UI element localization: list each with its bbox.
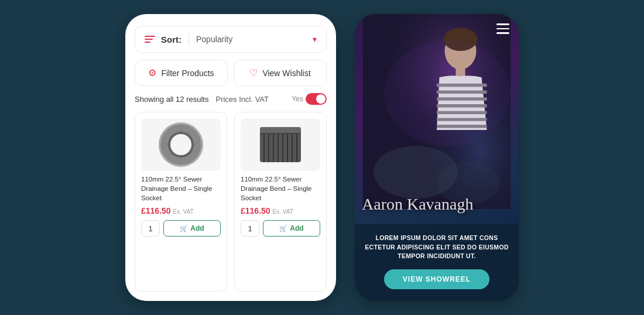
right-phone: Aaron Kavanagh LOREM IPSUM DOLOR SIT AME… (355, 14, 519, 301)
view-wishlist-button[interactable]: ♡ View Wishlist (234, 60, 327, 86)
wishlist-label: View Wishlist (262, 69, 310, 78)
product-image-area (241, 118, 320, 171)
svg-point-15 (384, 40, 511, 146)
results-row: Showing all 12 results Prices Incl. VAT … (135, 93, 327, 105)
sort-label: Sort: (161, 35, 181, 44)
vat-toggle: Yes (292, 93, 327, 105)
main-container: Sort: Popularity ▾ ⚙ Filter Products ♡ V… (0, 0, 644, 315)
filter-products-button[interactable]: ⚙ Filter Products (135, 60, 228, 86)
toggle-yes-label: Yes (292, 95, 303, 103)
product-price: £116.50 (241, 206, 270, 215)
vat-label: Prices Incl. VAT (215, 95, 269, 104)
add-to-cart-button[interactable]: 🛒 Add (263, 220, 320, 237)
left-phone: Sort: Popularity ▾ ⚙ Filter Products ♡ V… (125, 14, 336, 301)
add-label: Add (190, 224, 204, 232)
signature-line1: Aaron Kavanagh (362, 194, 512, 215)
add-to-cart-button[interactable]: 🛒 Add (163, 220, 221, 237)
sort-icon (145, 36, 155, 43)
add-label: Add (290, 224, 303, 232)
quantity-input[interactable] (241, 220, 259, 237)
chevron-down-icon[interactable]: ▾ (313, 35, 317, 44)
add-row: 🛒 Add (241, 220, 320, 237)
sort-value: Popularity (196, 35, 307, 44)
product-ex-vat: Ex. VAT (173, 208, 194, 215)
cart-icon: 🛒 (180, 225, 188, 232)
product-card: 110mm 22.5° Sewer Drainage Bend – Single… (234, 112, 327, 292)
product-price: £116.50 (141, 206, 171, 215)
sliders-icon: ⚙ (148, 67, 156, 78)
product-name: 110mm 22.5° Sewer Drainage Bend – Single… (241, 174, 320, 203)
product-card: 110mm 22.5° Sewer Drainage Bend – Single… (135, 112, 227, 292)
products-grid: 110mm 22.5° Sewer Drainage Bend – Single… (135, 112, 327, 292)
view-showreel-button[interactable]: VIEW SHOWREEL (384, 269, 489, 289)
person-background (355, 14, 519, 209)
quantity-input[interactable] (141, 220, 160, 237)
product-ex-vat: Ex. VAT (273, 208, 293, 215)
lorem-description: LOREM IPSUM DOLOR SIT AMET CONS ECTETUR … (363, 234, 511, 261)
product-price-row: £116.50 Ex. VAT (141, 206, 221, 215)
person-svg (355, 14, 519, 209)
coiled-pipe-image (160, 124, 201, 165)
vat-toggle-switch[interactable] (306, 93, 327, 105)
cart-icon: 🛒 (279, 225, 287, 232)
artist-signature: Aaron Kavanagh (362, 194, 512, 215)
grate-image (260, 127, 301, 162)
heart-icon: ♡ (249, 67, 258, 78)
sort-bar[interactable]: Sort: Popularity ▾ (135, 26, 327, 53)
filter-row: ⚙ Filter Products ♡ View Wishlist (135, 60, 327, 86)
sort-divider (189, 33, 189, 45)
add-row: 🛒 Add (141, 220, 221, 237)
product-name: 110mm 22.5° Sewer Drainage Bend – Single… (141, 174, 221, 203)
bottom-content: LOREM IPSUM DOLOR SIT AMET CONS ECTETUR … (355, 224, 519, 301)
filter-label: Filter Products (161, 69, 214, 78)
product-price-row: £116.50 Ex. VAT (241, 206, 320, 215)
right-phone-inner: Aaron Kavanagh LOREM IPSUM DOLOR SIT AME… (355, 14, 519, 301)
product-image-area (141, 118, 221, 171)
hamburger-menu-button[interactable] (496, 23, 509, 34)
results-count: Showing all 12 results (135, 95, 208, 104)
